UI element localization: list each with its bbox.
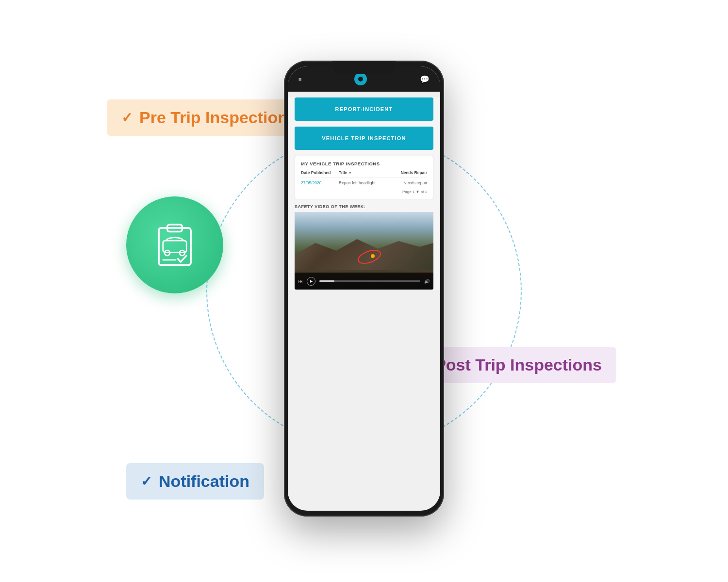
pre-trip-label-box: ✓ Pre Trip Inspection [107, 99, 302, 136]
table-row: 27/05/2020 Repair left headlight Needs r… [301, 178, 427, 188]
app-content-area: REPORT-INCIDENT VEHICLE TRIP INSPECTION … [288, 97, 440, 290]
vehicle-clipboard-icon [148, 218, 201, 272]
video-thumbnail[interactable]: ⏮ 🔊 [295, 212, 433, 290]
phone-notch [332, 61, 396, 74]
phone-outer-shell: ≡ 💬 REPORT-INCIDENT VEHICLE TRIP INSPECT… [284, 61, 444, 517]
column-repair-header: Needs Repair [393, 170, 427, 175]
pagination-control[interactable]: Page 1 ▼ of 1 [301, 188, 427, 194]
row-date-value[interactable]: 27/05/2020 [301, 180, 336, 185]
inspection-table-section: MY VEHICLE TRIP INSPECTIONS Date Publish… [295, 156, 433, 199]
post-trip-label-text: Post Trip Inspections [435, 356, 602, 374]
inspection-table-title: MY VEHICLE TRIP INSPECTIONS [301, 161, 427, 166]
row-title-value: Repair left headlight [339, 180, 390, 185]
video-progress-fill [319, 280, 334, 282]
report-incident-button[interactable]: REPORT-INCIDENT [295, 97, 433, 121]
table-header-row: Date Published Title ▼ Needs Repair [301, 170, 427, 178]
video-controls-bar: ⏮ 🔊 [295, 273, 433, 290]
notification-check-icon: ✓ [141, 473, 152, 489]
chat-icon[interactable]: 💬 [420, 75, 430, 84]
title-sort-arrow[interactable]: ▼ [348, 171, 352, 175]
column-date-header: Date Published [301, 170, 336, 175]
phone-screen: ≡ 💬 REPORT-INCIDENT VEHICLE TRIP INSPECT… [288, 66, 440, 511]
notification-label-box: ✓ Notification [126, 463, 264, 500]
volume-icon[interactable]: 🔊 [424, 279, 430, 284]
vehicle-trip-button[interactable]: VEHICLE TRIP INSPECTION [295, 127, 433, 150]
app-logo-icon [354, 73, 367, 85]
phone-device: ≡ 💬 REPORT-INCIDENT VEHICLE TRIP INSPECT… [284, 61, 444, 517]
pre-trip-check-icon: ✓ [121, 110, 132, 126]
skip-back-icon[interactable]: ⏮ [298, 279, 303, 284]
play-button[interactable] [307, 277, 315, 286]
pre-trip-label-text: Pre Trip Inspection [139, 108, 288, 127]
video-section: SAFETY VIDEO OF THE WEEK: ⏮ [295, 204, 433, 290]
row-repair-value: Needs repair [393, 180, 427, 185]
vehicle-icon-circle [126, 196, 223, 293]
video-progress-bar[interactable] [319, 280, 420, 282]
video-highlight-circle [356, 247, 383, 267]
video-section-label: SAFETY VIDEO OF THE WEEK: [295, 204, 433, 209]
main-scene: ✓ Pre Trip Inspection ✓ Post Trip Inspec… [97, 36, 631, 546]
column-title-header: Title ▼ [339, 170, 390, 175]
notification-label-text: Notification [159, 472, 249, 491]
hamburger-menu-icon[interactable]: ≡ [298, 76, 301, 82]
